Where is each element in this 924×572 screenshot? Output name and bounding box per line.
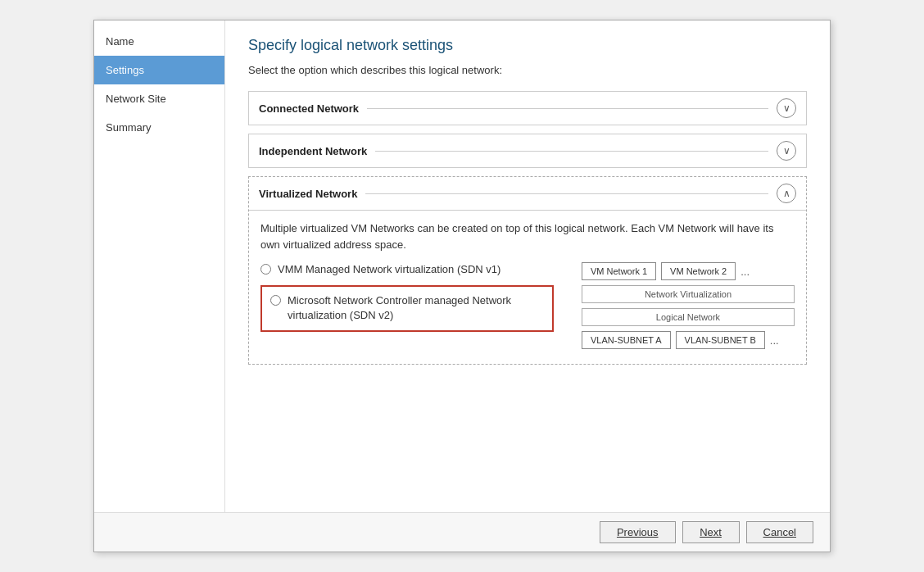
dialog-body: Name Settings Network Site Summary Speci… <box>94 20 830 512</box>
virtualized-network-header[interactable]: Virtualized Network ∧ <box>249 177 806 210</box>
connected-network-title: Connected Network <box>259 102 359 115</box>
connected-network-toggle[interactable]: ∨ <box>777 98 796 118</box>
virtualized-network-toggle[interactable]: ∧ <box>777 184 796 203</box>
microsoft-nc-highlight-box: Microsoft Network Controller managed Net… <box>260 285 554 331</box>
vm-network-2-box: VM Network 2 <box>661 262 736 280</box>
microsoft-nc-option: Microsoft Network Controller managed Net… <box>270 293 544 323</box>
dialog: Name Settings Network Site Summary Speci… <box>93 20 831 552</box>
vm-network-row: VM Network 1 VM Network 2 ... <box>582 262 795 280</box>
main-content: Specify logical network settings Select … <box>225 20 830 512</box>
independent-network-divider <box>375 151 768 152</box>
independent-network-toggle[interactable]: ∨ <box>777 141 796 161</box>
connected-network-divider <box>367 108 768 109</box>
network-virt-row: Network Virtualization <box>582 285 795 303</box>
virtualized-network-title: Virtualized Network <box>259 188 357 200</box>
virtualized-network-section: Virtualized Network ∧ Multiple virtualiz… <box>248 176 807 365</box>
logical-network-label: Logical Network <box>582 308 795 326</box>
independent-network-header[interactable]: Independent Network ∨ <box>249 134 806 167</box>
next-button[interactable]: Next <box>682 521 740 543</box>
logical-network-row: Logical Network <box>582 308 795 326</box>
vmm-managed-option: VMM Managed Network virtualization (SDN … <box>260 262 554 277</box>
microsoft-nc-radio[interactable] <box>270 295 281 306</box>
sidebar-item-network-site[interactable]: Network Site <box>94 84 224 113</box>
independent-network-section: Independent Network ∨ <box>248 134 807 168</box>
vlan-subnet-b-box: VLAN-SUBNET B <box>676 331 765 349</box>
vlan-ellipsis: ... <box>770 334 779 347</box>
network-virt-label: Network Virtualization <box>582 285 795 303</box>
sidebar: Name Settings Network Site Summary <box>94 20 225 512</box>
vlan-subnet-a-box: VLAN-SUBNET A <box>582 331 671 349</box>
cancel-button[interactable]: Cancel <box>746 521 813 543</box>
connected-network-section: Connected Network ∨ <box>248 91 807 125</box>
sidebar-item-name[interactable]: Name <box>94 27 224 56</box>
sidebar-item-settings[interactable]: Settings <box>94 56 224 84</box>
independent-network-title: Independent Network <box>259 145 367 157</box>
virtualized-network-divider <box>365 193 768 194</box>
connected-network-header[interactable]: Connected Network ∨ <box>249 92 806 125</box>
options-left: VMM Managed Network virtualization (SDN … <box>260 262 554 354</box>
vmm-managed-radio[interactable] <box>260 264 271 275</box>
virtualized-network-desc: Multiple virtualized VM Networks can be … <box>260 220 795 252</box>
vmm-managed-label: VMM Managed Network virtualization (SDN … <box>278 262 500 277</box>
microsoft-nc-label: Microsoft Network Controller managed Net… <box>288 293 544 323</box>
options-row: VMM Managed Network virtualization (SDN … <box>260 262 795 354</box>
vm-network-1-box: VM Network 1 <box>582 262 656 280</box>
page-description: Select the option which describes this l… <box>248 64 807 76</box>
sidebar-item-summary[interactable]: Summary <box>94 113 224 142</box>
vm-network-ellipsis: ... <box>741 266 750 278</box>
previous-button[interactable]: Previous <box>600 521 676 543</box>
vlan-subnet-row: VLAN-SUBNET A VLAN-SUBNET B ... <box>582 331 795 349</box>
virtualized-network-content: Multiple virtualized VM Networks can be … <box>249 210 806 364</box>
network-diagram: VM Network 1 VM Network 2 ... Network Vi… <box>582 262 795 354</box>
dialog-footer: Previous Next Cancel <box>94 512 830 552</box>
page-title: Specify logical network settings <box>248 37 807 54</box>
